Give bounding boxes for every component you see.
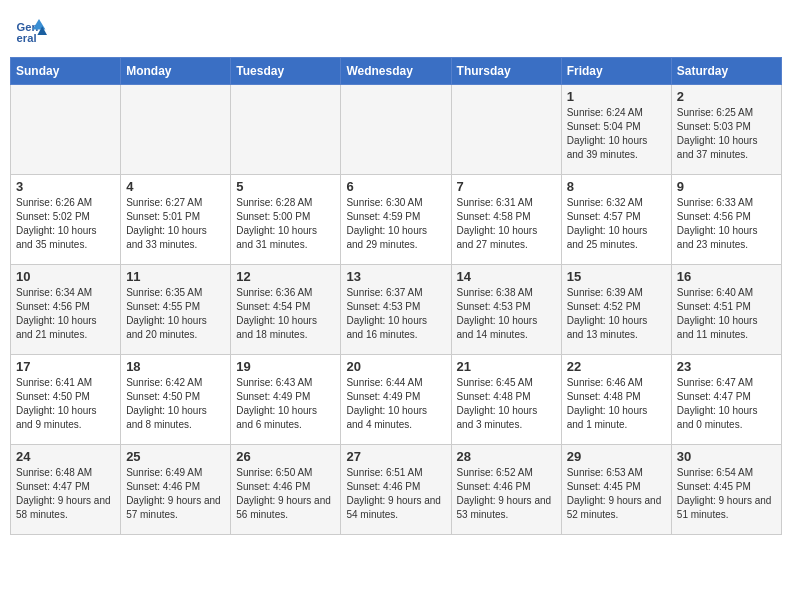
day-number: 10: [16, 269, 115, 284]
day-number: 16: [677, 269, 776, 284]
calendar-week-row: 10Sunrise: 6:34 AM Sunset: 4:56 PM Dayli…: [11, 265, 782, 355]
day-info: Sunrise: 6:45 AM Sunset: 4:48 PM Dayligh…: [457, 376, 556, 432]
calendar-cell: 11Sunrise: 6:35 AM Sunset: 4:55 PM Dayli…: [121, 265, 231, 355]
logo-icon: Gen eral: [15, 15, 47, 47]
calendar-cell: 29Sunrise: 6:53 AM Sunset: 4:45 PM Dayli…: [561, 445, 671, 535]
day-number: 30: [677, 449, 776, 464]
calendar-cell: [121, 85, 231, 175]
weekday-header: Tuesday: [231, 58, 341, 85]
calendar-week-row: 17Sunrise: 6:41 AM Sunset: 4:50 PM Dayli…: [11, 355, 782, 445]
calendar-week-row: 24Sunrise: 6:48 AM Sunset: 4:47 PM Dayli…: [11, 445, 782, 535]
calendar-cell: 21Sunrise: 6:45 AM Sunset: 4:48 PM Dayli…: [451, 355, 561, 445]
day-info: Sunrise: 6:34 AM Sunset: 4:56 PM Dayligh…: [16, 286, 115, 342]
calendar-cell: 16Sunrise: 6:40 AM Sunset: 4:51 PM Dayli…: [671, 265, 781, 355]
calendar-cell: 10Sunrise: 6:34 AM Sunset: 4:56 PM Dayli…: [11, 265, 121, 355]
calendar-week-row: 1Sunrise: 6:24 AM Sunset: 5:04 PM Daylig…: [11, 85, 782, 175]
weekday-header: Saturday: [671, 58, 781, 85]
day-number: 26: [236, 449, 335, 464]
weekday-header: Friday: [561, 58, 671, 85]
day-number: 23: [677, 359, 776, 374]
day-info: Sunrise: 6:39 AM Sunset: 4:52 PM Dayligh…: [567, 286, 666, 342]
calendar-cell: 30Sunrise: 6:54 AM Sunset: 4:45 PM Dayli…: [671, 445, 781, 535]
calendar-cell: 15Sunrise: 6:39 AM Sunset: 4:52 PM Dayli…: [561, 265, 671, 355]
day-number: 11: [126, 269, 225, 284]
day-number: 22: [567, 359, 666, 374]
calendar-cell: 5Sunrise: 6:28 AM Sunset: 5:00 PM Daylig…: [231, 175, 341, 265]
day-number: 28: [457, 449, 556, 464]
day-info: Sunrise: 6:53 AM Sunset: 4:45 PM Dayligh…: [567, 466, 666, 522]
day-number: 27: [346, 449, 445, 464]
day-info: Sunrise: 6:40 AM Sunset: 4:51 PM Dayligh…: [677, 286, 776, 342]
day-info: Sunrise: 6:27 AM Sunset: 5:01 PM Dayligh…: [126, 196, 225, 252]
day-number: 29: [567, 449, 666, 464]
day-number: 24: [16, 449, 115, 464]
day-info: Sunrise: 6:31 AM Sunset: 4:58 PM Dayligh…: [457, 196, 556, 252]
day-info: Sunrise: 6:50 AM Sunset: 4:46 PM Dayligh…: [236, 466, 335, 522]
weekday-header-row: SundayMondayTuesdayWednesdayThursdayFrid…: [11, 58, 782, 85]
day-number: 18: [126, 359, 225, 374]
day-info: Sunrise: 6:36 AM Sunset: 4:54 PM Dayligh…: [236, 286, 335, 342]
day-number: 17: [16, 359, 115, 374]
calendar-cell: 7Sunrise: 6:31 AM Sunset: 4:58 PM Daylig…: [451, 175, 561, 265]
day-number: 13: [346, 269, 445, 284]
calendar-cell: 17Sunrise: 6:41 AM Sunset: 4:50 PM Dayli…: [11, 355, 121, 445]
day-info: Sunrise: 6:37 AM Sunset: 4:53 PM Dayligh…: [346, 286, 445, 342]
day-number: 20: [346, 359, 445, 374]
calendar-cell: 26Sunrise: 6:50 AM Sunset: 4:46 PM Dayli…: [231, 445, 341, 535]
calendar-cell: 1Sunrise: 6:24 AM Sunset: 5:04 PM Daylig…: [561, 85, 671, 175]
weekday-header: Sunday: [11, 58, 121, 85]
day-info: Sunrise: 6:33 AM Sunset: 4:56 PM Dayligh…: [677, 196, 776, 252]
calendar-cell: 27Sunrise: 6:51 AM Sunset: 4:46 PM Dayli…: [341, 445, 451, 535]
day-info: Sunrise: 6:54 AM Sunset: 4:45 PM Dayligh…: [677, 466, 776, 522]
day-number: 14: [457, 269, 556, 284]
day-info: Sunrise: 6:32 AM Sunset: 4:57 PM Dayligh…: [567, 196, 666, 252]
day-info: Sunrise: 6:38 AM Sunset: 4:53 PM Dayligh…: [457, 286, 556, 342]
day-info: Sunrise: 6:28 AM Sunset: 5:00 PM Dayligh…: [236, 196, 335, 252]
calendar-week-row: 3Sunrise: 6:26 AM Sunset: 5:02 PM Daylig…: [11, 175, 782, 265]
calendar-cell: 28Sunrise: 6:52 AM Sunset: 4:46 PM Dayli…: [451, 445, 561, 535]
day-number: 21: [457, 359, 556, 374]
logo: Gen eral: [15, 15, 51, 47]
calendar-cell: 13Sunrise: 6:37 AM Sunset: 4:53 PM Dayli…: [341, 265, 451, 355]
calendar-cell: 8Sunrise: 6:32 AM Sunset: 4:57 PM Daylig…: [561, 175, 671, 265]
day-info: Sunrise: 6:42 AM Sunset: 4:50 PM Dayligh…: [126, 376, 225, 432]
day-info: Sunrise: 6:35 AM Sunset: 4:55 PM Dayligh…: [126, 286, 225, 342]
calendar-cell: [231, 85, 341, 175]
day-info: Sunrise: 6:51 AM Sunset: 4:46 PM Dayligh…: [346, 466, 445, 522]
day-info: Sunrise: 6:49 AM Sunset: 4:46 PM Dayligh…: [126, 466, 225, 522]
day-info: Sunrise: 6:44 AM Sunset: 4:49 PM Dayligh…: [346, 376, 445, 432]
day-number: 8: [567, 179, 666, 194]
day-number: 15: [567, 269, 666, 284]
svg-text:eral: eral: [17, 32, 37, 44]
day-info: Sunrise: 6:24 AM Sunset: 5:04 PM Dayligh…: [567, 106, 666, 162]
day-number: 1: [567, 89, 666, 104]
day-number: 6: [346, 179, 445, 194]
calendar-cell: 22Sunrise: 6:46 AM Sunset: 4:48 PM Dayli…: [561, 355, 671, 445]
day-info: Sunrise: 6:48 AM Sunset: 4:47 PM Dayligh…: [16, 466, 115, 522]
weekday-header: Wednesday: [341, 58, 451, 85]
calendar-cell: 2Sunrise: 6:25 AM Sunset: 5:03 PM Daylig…: [671, 85, 781, 175]
day-number: 25: [126, 449, 225, 464]
day-number: 2: [677, 89, 776, 104]
day-info: Sunrise: 6:52 AM Sunset: 4:46 PM Dayligh…: [457, 466, 556, 522]
day-info: Sunrise: 6:30 AM Sunset: 4:59 PM Dayligh…: [346, 196, 445, 252]
day-info: Sunrise: 6:43 AM Sunset: 4:49 PM Dayligh…: [236, 376, 335, 432]
calendar-cell: 18Sunrise: 6:42 AM Sunset: 4:50 PM Dayli…: [121, 355, 231, 445]
calendar-cell: [341, 85, 451, 175]
day-number: 5: [236, 179, 335, 194]
calendar-cell: 6Sunrise: 6:30 AM Sunset: 4:59 PM Daylig…: [341, 175, 451, 265]
calendar-cell: 12Sunrise: 6:36 AM Sunset: 4:54 PM Dayli…: [231, 265, 341, 355]
calendar-cell: [11, 85, 121, 175]
header: Gen eral: [10, 10, 782, 47]
calendar-cell: 19Sunrise: 6:43 AM Sunset: 4:49 PM Dayli…: [231, 355, 341, 445]
calendar-cell: 20Sunrise: 6:44 AM Sunset: 4:49 PM Dayli…: [341, 355, 451, 445]
calendar-table: SundayMondayTuesdayWednesdayThursdayFrid…: [10, 57, 782, 535]
day-info: Sunrise: 6:47 AM Sunset: 4:47 PM Dayligh…: [677, 376, 776, 432]
calendar-cell: 9Sunrise: 6:33 AM Sunset: 4:56 PM Daylig…: [671, 175, 781, 265]
calendar-cell: 4Sunrise: 6:27 AM Sunset: 5:01 PM Daylig…: [121, 175, 231, 265]
day-number: 7: [457, 179, 556, 194]
day-info: Sunrise: 6:46 AM Sunset: 4:48 PM Dayligh…: [567, 376, 666, 432]
day-number: 4: [126, 179, 225, 194]
weekday-header: Monday: [121, 58, 231, 85]
calendar-cell: 24Sunrise: 6:48 AM Sunset: 4:47 PM Dayli…: [11, 445, 121, 535]
